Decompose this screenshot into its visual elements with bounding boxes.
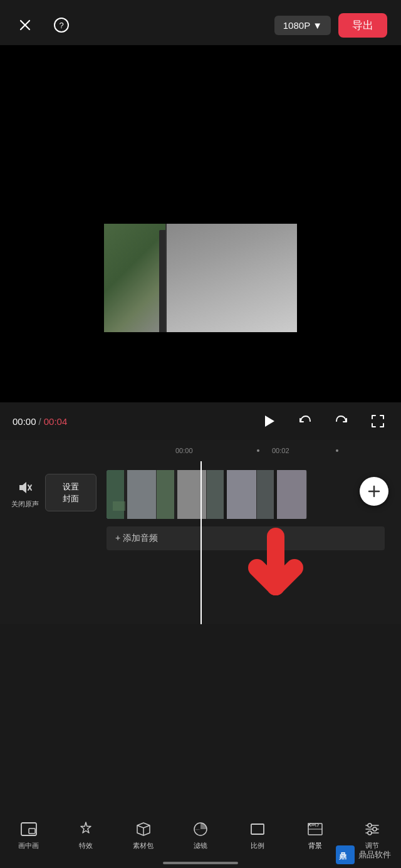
svg-rect-15 [174, 470, 177, 519]
svg-rect-24 [277, 470, 307, 519]
svg-marker-4 [265, 416, 274, 427]
materials-label: 素材包 [133, 841, 154, 850]
current-time: 00:00 [13, 416, 36, 427]
effects-label: 特效 [79, 841, 93, 850]
svg-rect-20 [227, 470, 257, 519]
svg-rect-18 [207, 470, 224, 519]
resolution-arrow-icon: ▼ [313, 20, 322, 31]
audio-mute-control[interactable]: 关闭原声 [11, 479, 39, 508]
watermark: 鼎 鼎品软件 [336, 845, 391, 864]
close-button[interactable] [14, 14, 36, 36]
svg-rect-12 [113, 501, 125, 511]
resolution-button[interactable]: 1080P ▼ [274, 16, 331, 35]
clip-frame-3 [207, 470, 257, 519]
clip-thumb-3 [207, 470, 256, 519]
export-button[interactable]: 导出 [338, 13, 387, 38]
clip-thumb-1 [107, 470, 156, 519]
tick-00-00: 00:00 [175, 447, 193, 454]
svg-rect-31 [251, 824, 264, 834]
svg-rect-28 [29, 829, 35, 834]
materials-icon [135, 820, 152, 838]
background-label: 背景 [308, 841, 322, 850]
ratio-label: 比例 [251, 841, 264, 850]
playhead [200, 461, 202, 624]
total-time: 00:04 [44, 416, 68, 427]
audio-mute-label: 关闭原声 [11, 499, 39, 508]
toolbar-item-pip[interactable]: 画中画 [0, 820, 57, 850]
speaker-icon [16, 479, 34, 496]
scene-outdoor [104, 224, 167, 332]
video-mid-scene [104, 224, 297, 332]
toolbar-item-filters[interactable]: 滤镜 [172, 820, 229, 850]
playback-controls [258, 410, 388, 432]
home-indicator [163, 862, 238, 864]
add-audio-label: + 添加音频 [115, 533, 158, 544]
svg-point-41 [373, 827, 377, 831]
help-button[interactable]: ? [50, 14, 73, 36]
set-cover-button[interactable]: 设置 封面 [45, 474, 96, 511]
svg-text:?: ? [59, 21, 63, 30]
video-preview [0, 45, 401, 402]
tick-00-02: 00:02 [272, 447, 289, 454]
svg-rect-16 [177, 470, 207, 519]
svg-rect-35 [311, 824, 315, 826]
clip-thumb-2 [157, 470, 206, 519]
resolution-label: 1080P [283, 20, 310, 31]
watermark-logo: 鼎 [336, 845, 355, 864]
toolbar-item-background[interactable]: 背景 [286, 820, 343, 850]
pip-icon [20, 820, 38, 838]
svg-rect-11 [127, 470, 157, 519]
fullscreen-button[interactable] [367, 410, 388, 432]
scene-wall [167, 224, 297, 332]
video-clip-strip[interactable] [107, 470, 307, 519]
redo-button[interactable] [331, 410, 352, 432]
top-bar-left: ? [14, 14, 73, 36]
svg-point-39 [368, 824, 372, 827]
pip-label: 画中画 [18, 841, 39, 850]
add-clip-button[interactable] [360, 477, 388, 506]
svg-text:鼎: 鼎 [339, 852, 346, 860]
svg-rect-22 [257, 470, 274, 519]
top-bar-right: 1080P ▼ 导出 [274, 13, 387, 38]
svg-rect-23 [274, 470, 277, 519]
ratio-icon [249, 820, 266, 838]
adjust-icon [363, 820, 381, 838]
play-button[interactable] [258, 410, 279, 432]
watermark-text: 鼎品软件 [358, 849, 391, 860]
svg-rect-19 [224, 470, 227, 519]
controls-bar: 00:00 / 00:04 [0, 402, 401, 440]
clip-frame-1 [107, 470, 157, 519]
svg-marker-5 [19, 482, 26, 493]
background-icon [306, 820, 324, 838]
svg-rect-9 [107, 470, 125, 519]
toolbar-item-effects[interactable]: 特效 [57, 820, 114, 850]
svg-point-43 [368, 831, 372, 835]
toolbar-item-ratio[interactable]: 比例 [229, 820, 286, 850]
filters-label: 滤镜 [194, 841, 207, 850]
clip-frame-2 [157, 470, 207, 519]
video-top-black [104, 115, 297, 224]
undo-button[interactable] [294, 410, 316, 432]
video-frame [104, 115, 297, 332]
clip-frame-4 [257, 470, 307, 519]
clip-thumb-4 [257, 470, 306, 519]
video-scene [104, 224, 297, 332]
cover-btn-label: 设置 封面 [63, 481, 79, 505]
timeline-header: 00:00 00:02 [0, 440, 401, 461]
timeline-area[interactable]: 关闭原声 设置 封面 [0, 461, 401, 624]
time-separator: / [39, 416, 41, 427]
svg-rect-10 [124, 470, 127, 519]
effects-icon [77, 820, 95, 838]
add-audio-button[interactable]: + 添加音频 [107, 526, 385, 550]
filters-icon [192, 820, 209, 838]
top-bar: ? 1080P ▼ 导出 [0, 0, 401, 45]
time-display: 00:00 / 00:04 [13, 416, 67, 427]
toolbar-item-materials[interactable]: 素材包 [115, 820, 172, 850]
svg-rect-14 [157, 470, 175, 519]
